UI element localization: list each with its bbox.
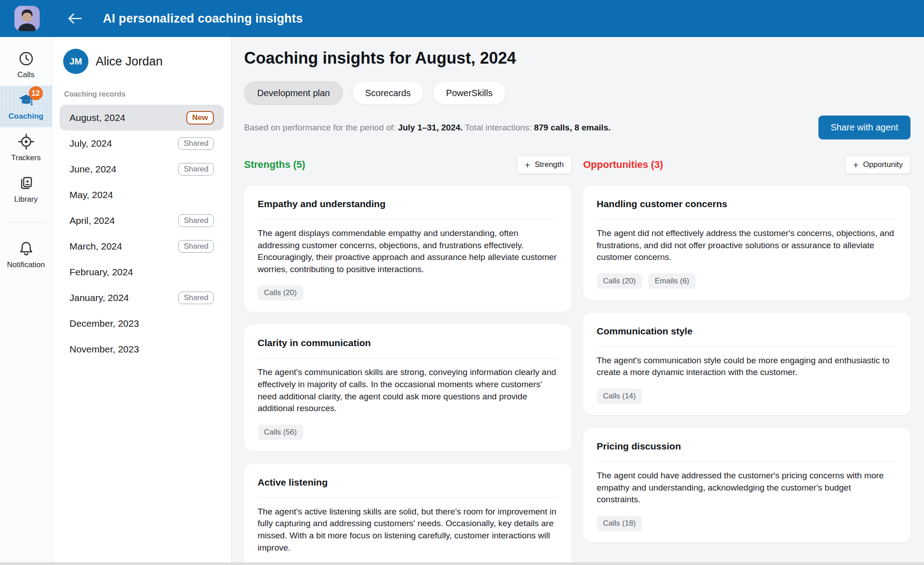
divider [258, 358, 558, 358]
coaching-records-panel: JM Alice Jordan Coaching records August,… [52, 37, 231, 565]
record-status-badge: Shared [178, 292, 214, 304]
divider [6, 222, 46, 222]
coaching-record-item[interactable]: August, 2024 New [60, 105, 224, 130]
insight-card-body: The agent did not effectively address th… [597, 227, 897, 264]
record-label: May, 2024 [69, 190, 113, 200]
record-status-badge: Shared [178, 240, 214, 253]
interaction-count-chip[interactable]: Calls (14) [597, 389, 642, 404]
strengths-cards: Empathy and understanding The agent disp… [244, 185, 572, 565]
record-label: February, 2024 [69, 267, 133, 278]
share-with-agent-button[interactable]: Share with agent [818, 116, 910, 139]
interaction-count-chip[interactable]: Calls (56) [258, 425, 303, 440]
sidebar-item-library[interactable]: Library [0, 169, 52, 210]
agent-name: Alice Jordan [96, 55, 163, 69]
interaction-count-chip[interactable]: Calls (18) [597, 516, 642, 531]
insight-card-title: Handling customer concerns [597, 197, 897, 209]
coaching-record-item[interactable]: May, 2024 [60, 182, 224, 208]
app-window: AI personalized coaching insights Calls [0, 0, 924, 565]
clock-icon [18, 50, 35, 67]
divider [597, 461, 897, 462]
coaching-record-item[interactable]: June, 2024 Shared [60, 156, 224, 182]
divider [597, 346, 897, 347]
interaction-chip-row: Calls (14) [597, 389, 897, 404]
insight-card-body: The agent could have addressed the custo… [597, 470, 897, 506]
insights-columns: Strengths (5) +Strength Empathy and unde… [244, 156, 910, 565]
top-bar: AI personalized coaching insights [0, 0, 924, 37]
interactions-label: Total interactions: [465, 123, 532, 132]
insight-card: Communication style The agent's communic… [583, 313, 911, 415]
initials-avatar: JM [63, 49, 88, 74]
record-label: June, 2024 [69, 164, 116, 175]
interaction-chip-row: Calls (20) [258, 285, 558, 301]
insight-card-body: The agent displays commendable empathy a… [258, 227, 558, 275]
sidebar-item-coaching[interactable]: 12 Coaching [0, 86, 52, 127]
insight-card-body: The agent's communication style could be… [597, 355, 897, 379]
tab-bar: Development plan Scorecards PowerSkills [244, 81, 910, 105]
sidebar-item-notification[interactable]: Notification [0, 234, 52, 276]
add-strength-button[interactable]: +Strength [517, 156, 572, 174]
insight-card: Handling customer concerns The agent did… [583, 185, 911, 300]
sidebar-item-label: Calls [18, 70, 35, 79]
period-summary: Based on performance for the period of:J… [244, 123, 613, 133]
opportunities-header: Opportunities (3) +Opportunity [583, 156, 911, 174]
tab-scorecards[interactable]: Scorecards [352, 81, 424, 105]
coaching-records-list: August, 2024 New July, 2024 Shared June,… [60, 105, 224, 362]
coaching-record-item[interactable]: February, 2024 [60, 259, 224, 285]
insight-card: Pricing discussion The agent could have … [583, 428, 911, 542]
sidebar-item-label: Library [14, 195, 38, 204]
tab-development-plan[interactable]: Development plan [244, 81, 343, 105]
sidebar-item-calls[interactable]: Calls [0, 44, 52, 86]
insight-card-title: Empathy and understanding [258, 197, 558, 209]
agent-profile-header: JM Alice Jordan [60, 47, 224, 76]
record-status-badge: New [186, 111, 214, 125]
opportunities-column: Opportunities (3) +Opportunity Handling … [583, 156, 911, 542]
opportunities-heading: Opportunities (3) [583, 159, 663, 171]
coaching-record-item[interactable]: March, 2024 Shared [60, 233, 224, 259]
divider [258, 219, 558, 219]
divider [597, 219, 897, 219]
insight-card: Empathy and understanding The agent disp… [244, 185, 572, 312]
insight-card-title: Active listening [258, 475, 558, 488]
coaching-record-item[interactable]: November, 2023 [60, 336, 224, 362]
plus-icon: + [525, 161, 530, 169]
coaching-record-item[interactable]: July, 2024 Shared [60, 130, 224, 156]
interaction-count-chip[interactable]: Calls (20) [597, 273, 642, 289]
left-nav-rail: Calls 12 Coaching [0, 37, 52, 565]
strengths-header: Strengths (5) +Strength [244, 156, 572, 174]
interaction-chip-row: Calls (56) [258, 425, 558, 440]
record-label: December, 2023 [69, 318, 139, 329]
record-label: April, 2024 [69, 215, 115, 226]
record-label: July, 2024 [69, 138, 112, 149]
target-icon [18, 133, 35, 150]
interaction-count-chip[interactable]: Emails (6) [648, 273, 696, 289]
coaching-count-badge: 12 [29, 86, 43, 100]
record-status-badge: Shared [178, 214, 214, 227]
page-title: Coaching insights for August, 2024 [244, 49, 910, 68]
sidebar-item-trackers[interactable]: Trackers [0, 127, 52, 169]
insight-card-title: Pricing discussion [597, 439, 897, 452]
sidebar-item-label: Coaching [9, 112, 43, 121]
interaction-chip-row: Calls (20)Emails (6) [597, 273, 897, 289]
interactions-value: 879 calls, 8 emails. [534, 123, 610, 132]
interaction-count-chip[interactable]: Calls (20) [258, 285, 303, 301]
record-status-badge: Shared [178, 163, 214, 176]
back-arrow-icon[interactable] [67, 10, 83, 27]
period-range: July 1–31, 2024. [398, 123, 463, 132]
record-label: March, 2024 [69, 241, 122, 252]
coaching-record-item[interactable]: December, 2023 [60, 310, 224, 336]
library-icon [18, 175, 35, 192]
add-strength-label: Strength [535, 160, 564, 169]
tab-powerskills[interactable]: PowerSkills [433, 81, 505, 105]
main-content: Coaching insights for August, 2024 Devel… [231, 37, 924, 565]
coaching-record-item[interactable]: April, 2024 Shared [60, 208, 224, 233]
add-opportunity-label: Opportunity [863, 160, 903, 169]
avatar-illustration [14, 6, 40, 31]
user-photo-avatar[interactable] [14, 6, 40, 31]
coaching-record-item[interactable]: January, 2024 Shared [60, 285, 224, 310]
divider [258, 497, 558, 498]
insight-card-title: Communication style [597, 324, 897, 337]
record-label: November, 2023 [69, 344, 139, 355]
period-row: Based on performance for the period of:J… [244, 116, 910, 139]
add-opportunity-button[interactable]: +Opportunity [845, 156, 910, 174]
graduation-cap-icon: 12 [18, 92, 35, 109]
